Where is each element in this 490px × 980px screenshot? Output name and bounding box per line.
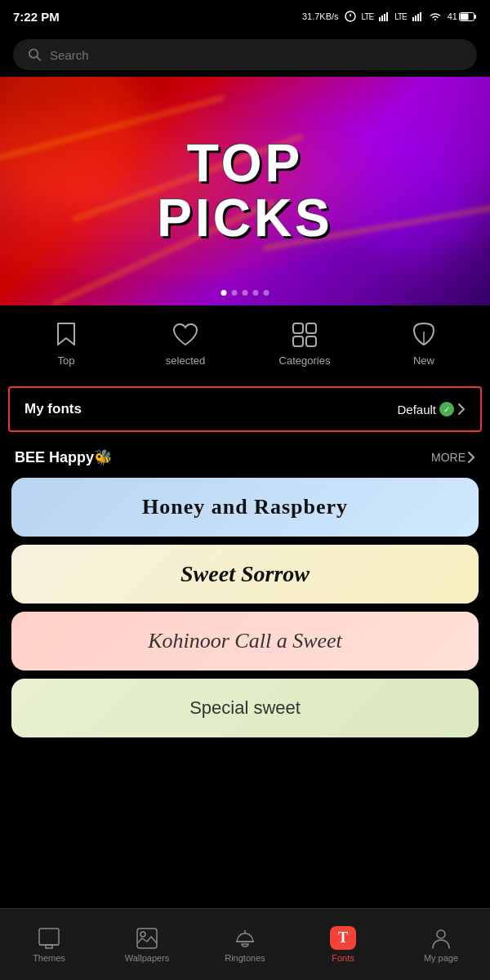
tab-top[interactable]: Top (33, 320, 99, 367)
nav-mypage[interactable]: My page (408, 927, 474, 963)
svg-rect-18 (306, 336, 316, 346)
tab-categories[interactable]: Categories (272, 320, 337, 367)
dot-5 (264, 290, 270, 296)
my-fonts-default: Default (397, 403, 436, 416)
nav-mypage-label: My page (424, 953, 458, 963)
alarm-icon (344, 10, 357, 23)
font-special-text: Special sweet (189, 697, 301, 719)
nav-ringtones-label: Ringtones (225, 953, 265, 963)
more-button[interactable]: MORE (431, 451, 475, 464)
svg-rect-12 (474, 15, 476, 19)
fonts-icon: T (338, 929, 348, 947)
my-fonts-status: Default ✓ (397, 402, 466, 416)
svg-line-14 (37, 56, 40, 60)
font-honey-text: Honey and Raspbery (142, 495, 348, 519)
tab-new-label: New (413, 354, 434, 367)
svg-rect-5 (386, 12, 388, 21)
hero-dots (221, 290, 270, 296)
nav-ringtones[interactable]: Ringtones (212, 927, 278, 963)
svg-rect-11 (461, 13, 469, 20)
search-bar[interactable] (13, 39, 477, 70)
themes-icon (38, 927, 60, 950)
tab-top-label: Top (58, 354, 75, 367)
svg-rect-8 (417, 14, 419, 21)
font-kohinoor-text: Kohinoor Call a Sweet (148, 629, 342, 653)
svg-point-24 (140, 932, 145, 937)
font-card-sweet-sorrow[interactable]: Sweet Sorrow (11, 545, 479, 604)
svg-rect-3 (381, 16, 383, 21)
dot-1 (221, 290, 227, 296)
chevron-right-icon (457, 403, 466, 416)
leaf-icon (409, 320, 439, 350)
hero-title: TOP PICKS (157, 136, 333, 246)
mypage-icon (430, 927, 452, 950)
hero-line1: TOP (157, 136, 333, 191)
svg-rect-15 (293, 323, 303, 333)
status-bar: 7:22 PM 31.7KB/s LTE LTE 41 (0, 0, 490, 33)
grid-icon (290, 320, 319, 350)
status-time: 7:22 PM (13, 10, 60, 24)
dot-4 (253, 290, 259, 296)
my-fonts-row[interactable]: My fonts Default ✓ (8, 386, 482, 432)
nav-fonts[interactable]: T Fonts (310, 926, 376, 963)
nav-wallpapers[interactable]: Wallpapers (114, 927, 180, 963)
svg-rect-17 (293, 336, 303, 346)
tab-new[interactable]: New (391, 320, 457, 367)
tab-categories-label: Categories (279, 354, 331, 367)
wifi-icon (428, 11, 443, 21)
svg-rect-22 (46, 945, 52, 948)
font-card-honey[interactable]: Honey and Raspbery (11, 478, 479, 537)
top-tabs: Top selected Categories Ne (0, 305, 490, 376)
hero-line2: PICKS (157, 191, 333, 246)
svg-rect-9 (420, 12, 421, 21)
svg-rect-6 (412, 17, 414, 21)
svg-rect-2 (379, 17, 381, 21)
svg-point-27 (437, 930, 445, 938)
nav-fonts-label: Fonts (332, 953, 354, 963)
hero-banner: TOP PICKS (0, 77, 490, 305)
tab-selected-label: selected (166, 354, 205, 367)
battery-icon (459, 12, 477, 21)
font-cards-container: Honey and Raspbery Sweet Sorrow Kohinoor… (0, 478, 490, 737)
status-icons: 31.7KB/s LTE LTE 41 (302, 10, 477, 23)
default-check-icon: ✓ (439, 402, 454, 416)
svg-rect-23 (137, 929, 157, 948)
battery-level: 41 (448, 11, 457, 21)
bee-happy-title: BEE Happy🐝 (15, 448, 112, 466)
check-mark: ✓ (443, 405, 450, 414)
lte-icon-2: LTE (394, 12, 407, 21)
signal-icon-1 (378, 11, 390, 22)
more-chevron-icon (467, 451, 475, 464)
nav-themes-label: Themes (33, 953, 65, 963)
lte-icon: LTE (362, 12, 374, 21)
bottom-nav: Themes Wallpapers Ringtones T Font (0, 908, 490, 980)
network-speed: 31.7KB/s (302, 11, 339, 21)
font-card-kohinoor[interactable]: Kohinoor Call a Sweet (11, 612, 479, 670)
dot-3 (243, 290, 248, 296)
search-icon (28, 47, 42, 62)
ringtones-icon (234, 927, 256, 950)
font-sorrow-text: Sweet Sorrow (180, 561, 310, 587)
search-input[interactable] (50, 48, 462, 62)
wallpapers-icon (136, 927, 158, 950)
nav-themes[interactable]: Themes (16, 927, 82, 963)
svg-rect-20 (39, 929, 59, 945)
my-fonts-label: My fonts (24, 401, 82, 417)
fonts-active-bg: T (330, 926, 356, 950)
tab-selected[interactable]: selected (153, 320, 218, 367)
battery-container: 41 (448, 11, 477, 21)
heart-icon (171, 320, 200, 350)
more-label: MORE (431, 451, 466, 464)
dot-2 (232, 290, 238, 296)
bookmark-icon (51, 320, 81, 350)
svg-rect-7 (415, 16, 416, 21)
signal-icon-2 (412, 11, 423, 22)
shape-2 (351, 142, 474, 265)
nav-wallpapers-label: Wallpapers (125, 953, 170, 963)
font-card-special[interactable]: Special sweet (11, 679, 479, 737)
svg-rect-4 (384, 14, 385, 21)
svg-rect-16 (306, 323, 316, 333)
bee-happy-header: BEE Happy🐝 MORE (0, 442, 490, 478)
